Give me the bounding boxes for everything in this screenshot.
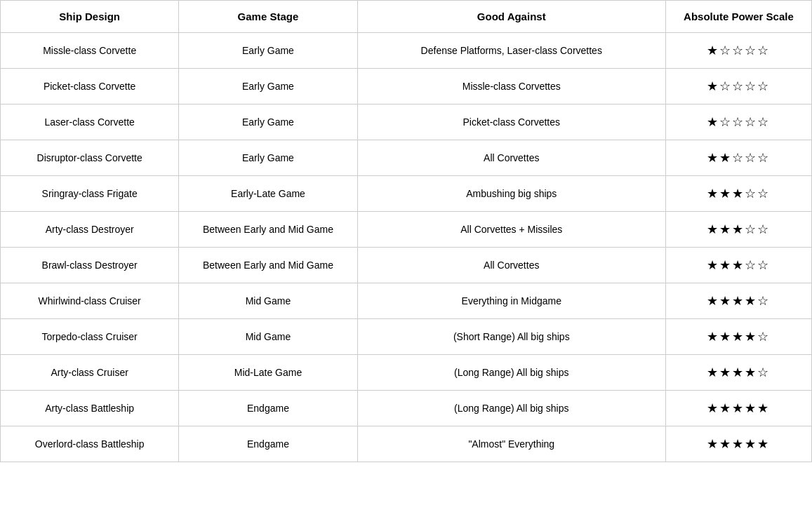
table-row: Arty-class DestroyerBetween Early and Mi… [1,212,812,248]
cell-good-against: Defense Platforms, Laser-class Corvettes [357,33,665,69]
cell-power-scale: ★★★★☆ [665,319,811,355]
cell-ship-design: Overlord-class Battleship [1,426,179,462]
table-row: Picket-class CorvetteEarly GameMissle-cl… [1,69,812,105]
cell-game-stage: Early Game [179,33,357,69]
cell-game-stage: Mid Game [179,319,357,355]
cell-game-stage: Early Game [179,140,357,176]
cell-ship-design: Brawl-class Destroyer [1,248,179,283]
cell-game-stage: Endgame [179,426,357,462]
cell-power-scale: ★☆☆☆☆ [665,105,811,140]
cell-game-stage: Mid-Late Game [179,355,357,391]
cell-good-against: (Long Range) All big ships [357,355,665,391]
table-row: Arty-class CruiserMid-Late Game(Long Ran… [1,355,812,391]
ship-design-table: Ship Design Game Stage Good Against Abso… [0,0,812,462]
cell-game-stage: Endgame [179,391,357,426]
cell-ship-design: Sringray-class Frigate [1,176,179,212]
cell-good-against: Missle-class Corvettes [357,69,665,105]
table-row: Brawl-class DestroyerBetween Early and M… [1,248,812,283]
cell-ship-design: Laser-class Corvette [1,105,179,140]
cell-power-scale: ★★★☆☆ [665,248,811,283]
cell-power-scale: ★★★☆☆ [665,176,811,212]
cell-ship-design: Whirlwind-class Cruiser [1,283,179,319]
cell-game-stage: Between Early and Mid Game [179,248,357,283]
cell-good-against: (Short Range) All big ships [357,319,665,355]
table-row: Overlord-class BattleshipEndgame"Almost"… [1,426,812,462]
cell-power-scale: ★☆☆☆☆ [665,69,811,105]
cell-good-against: "Almost" Everything [357,426,665,462]
cell-power-scale: ★★★☆☆ [665,212,811,248]
cell-game-stage: Early Game [179,105,357,140]
cell-good-against: Picket-class Corvettes [357,105,665,140]
table-row: Sringray-class FrigateEarly-Late GameAmb… [1,176,812,212]
table-row: Arty-class BattleshipEndgame(Long Range)… [1,391,812,426]
cell-power-scale: ★★★★☆ [665,355,811,391]
cell-power-scale: ★★★★★ [665,426,811,462]
cell-good-against: Ambushing big ships [357,176,665,212]
table-row: Torpedo-class CruiserMid Game(Short Rang… [1,319,812,355]
cell-ship-design: Arty-class Cruiser [1,355,179,391]
cell-ship-design: Picket-class Corvette [1,69,179,105]
cell-ship-design: Torpedo-class Cruiser [1,319,179,355]
table-row: Whirlwind-class CruiserMid GameEverythin… [1,283,812,319]
cell-power-scale: ★☆☆☆☆ [665,33,811,69]
header-row: Ship Design Game Stage Good Against Abso… [1,1,812,33]
cell-good-against: All Corvettes + Missiles [357,212,665,248]
cell-game-stage: Early Game [179,69,357,105]
cell-ship-design: Arty-class Battleship [1,391,179,426]
cell-ship-design: Disruptor-class Corvette [1,140,179,176]
table-row: Disruptor-class CorvetteEarly GameAll Co… [1,140,812,176]
cell-power-scale: ★★★★★ [665,391,811,426]
cell-good-against: Everything in Midgame [357,283,665,319]
header-power-scale: Absolute Power Scale [665,1,811,33]
cell-power-scale: ★★☆☆☆ [665,140,811,176]
cell-game-stage: Early-Late Game [179,176,357,212]
header-game-stage: Game Stage [179,1,357,33]
cell-good-against: (Long Range) All big ships [357,391,665,426]
cell-good-against: All Corvettes [357,248,665,283]
header-ship-design: Ship Design [1,1,179,33]
header-good-against: Good Against [357,1,665,33]
cell-game-stage: Mid Game [179,283,357,319]
cell-power-scale: ★★★★☆ [665,283,811,319]
cell-ship-design: Missle-class Corvette [1,33,179,69]
cell-ship-design: Arty-class Destroyer [1,212,179,248]
table-row: Laser-class CorvetteEarly GamePicket-cla… [1,105,812,140]
cell-game-stage: Between Early and Mid Game [179,212,357,248]
table-row: Missle-class CorvetteEarly GameDefense P… [1,33,812,69]
cell-good-against: All Corvettes [357,140,665,176]
